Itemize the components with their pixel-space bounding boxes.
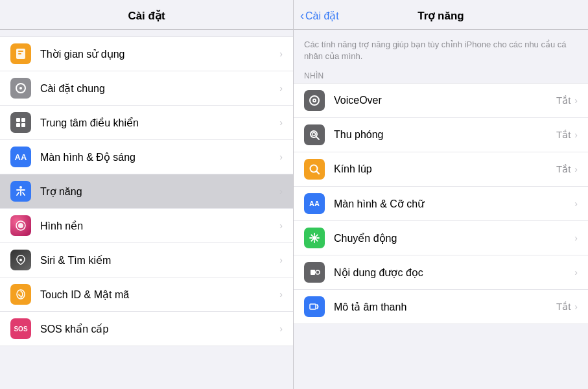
right-panel: ‹ Cài đặt Trợ năng Các tính năng trợ năn… — [294, 0, 588, 389]
audiodesc-right-label: Mô tả âm thanh — [334, 301, 556, 313]
touchid-label: Touch ID & Mật mã — [40, 289, 276, 301]
spoken-right-label: Nội dung được đọc — [334, 266, 574, 279]
siri-icon — [10, 250, 31, 270]
svg-rect-2 — [18, 53, 21, 54]
magnifier-right-label: Kính lúp — [334, 163, 556, 175]
display-label: Màn hình & Độ sáng — [40, 151, 276, 163]
svg-rect-7 — [16, 123, 20, 127]
touchid-chevron-icon: › — [279, 289, 283, 300]
right-item-motion[interactable]: Chuyển động› — [294, 221, 588, 255]
magnifier-value: Tắt — [556, 163, 570, 175]
control-center-icon — [10, 112, 31, 133]
voiceover-right-chevron-icon: › — [574, 95, 578, 106]
svg-rect-6 — [21, 118, 25, 122]
sidebar-item-screen-time[interactable]: Thời gian sử dụng› — [0, 36, 293, 71]
zoom-right-label: Thu phóng — [334, 129, 556, 141]
motion-right-label: Chuyển động — [334, 232, 574, 244]
back-label: Cài đặt — [305, 10, 339, 22]
sos-chevron-icon: › — [279, 324, 283, 334]
touchid-icon — [10, 284, 31, 305]
left-title: Cài đặt — [128, 10, 165, 22]
right-content: Các tính năng trợ năng giúp bạn tùy chỉn… — [294, 30, 588, 389]
screen-time-label: Thời gian sử dụng — [40, 48, 276, 60]
svg-point-16 — [314, 100, 315, 101]
siri-chevron-icon: › — [279, 255, 283, 265]
settings-group-1: Thời gian sử dụng›Cài đặt chung›Trung tâ… — [0, 36, 293, 346]
zoom-right-chevron-icon: › — [574, 130, 578, 140]
accessibility-icon — [10, 181, 31, 202]
siri-label: Siri & Tìm kiếm — [40, 254, 276, 266]
motion-right-icon — [304, 228, 325, 248]
sidebar-item-touchid[interactable]: Touch ID & Mật mã› — [0, 277, 293, 312]
svg-line-19 — [316, 137, 319, 139]
svg-rect-5 — [16, 118, 20, 122]
svg-rect-26 — [310, 304, 316, 309]
right-item-spoken[interactable]: Nội dung được đọc› — [294, 255, 588, 290]
section-label: NHÌN — [294, 67, 588, 83]
svg-point-12 — [19, 259, 22, 261]
svg-point-24 — [316, 270, 320, 274]
display-chevron-icon: › — [279, 152, 283, 162]
back-button[interactable]: ‹ Cài đặt — [300, 9, 339, 23]
general-label: Cài đặt chung — [40, 82, 276, 95]
right-item-zoom[interactable]: Thu phóngTắt› — [294, 118, 588, 152]
control-center-chevron-icon: › — [279, 117, 283, 128]
voiceover-right-icon — [304, 90, 325, 111]
audiodesc-right-icon — [304, 296, 325, 317]
svg-rect-23 — [311, 270, 315, 275]
wallpaper-label: Hình nền — [40, 220, 276, 232]
control-center-label: Trung tâm điều khiển — [40, 117, 276, 129]
voiceover-value: Tắt — [556, 95, 570, 106]
screen-time-chevron-icon: › — [279, 49, 283, 59]
right-item-magnifier[interactable]: Kính lúpTắt› — [294, 152, 588, 187]
sidebar-item-control-center[interactable]: Trung tâm điều khiển› — [0, 106, 293, 140]
svg-rect-8 — [21, 123, 25, 127]
right-title: Trợ năng — [417, 9, 464, 23]
magnifier-right-chevron-icon: › — [574, 164, 578, 174]
wallpaper-chevron-icon: › — [279, 220, 283, 231]
zoom-right-icon — [304, 124, 325, 145]
sidebar-item-sos[interactable]: SOSSOS khẩn cấp› — [0, 312, 293, 346]
screen-time-icon — [10, 43, 31, 64]
general-icon — [10, 78, 31, 99]
svg-point-18 — [312, 133, 316, 136]
svg-point-10 — [18, 223, 23, 228]
right-item-audiodesc[interactable]: Mô tả âm thanhTắt› — [294, 290, 588, 324]
settings-list: Thời gian sử dụng›Cài đặt chung›Trung tâ… — [0, 30, 293, 389]
zoom-value: Tắt — [556, 129, 570, 141]
audiodesc-value: Tắt — [556, 301, 570, 312]
svg-point-4 — [19, 87, 22, 89]
svg-line-21 — [317, 172, 320, 174]
left-panel: Cài đặt Thời gian sử dụng›Cài đặt chung›… — [0, 0, 294, 389]
audiodesc-right-chevron-icon: › — [574, 301, 578, 312]
accessibility-label: Trợ năng — [40, 185, 276, 198]
magnifier-right-icon — [304, 159, 325, 180]
spoken-right-chevron-icon: › — [574, 267, 578, 277]
spoken-right-icon — [304, 262, 325, 283]
sos-icon: SOS — [10, 318, 31, 339]
display-text-right-chevron-icon: › — [574, 198, 578, 209]
display-icon: AA — [10, 147, 31, 167]
sos-label: SOS khẩn cấp — [40, 323, 276, 335]
wallpaper-icon — [10, 215, 31, 236]
sidebar-item-wallpaper[interactable]: Hình nền› — [0, 209, 293, 243]
right-items-container: VoiceOverTắt›Thu phóngTắt›Kính lúpTắt›AA… — [294, 83, 588, 324]
sidebar-item-general[interactable]: Cài đặt chung› — [0, 71, 293, 106]
general-chevron-icon: › — [279, 83, 283, 93]
sidebar-item-accessibility[interactable]: Trợ năng› — [0, 174, 293, 209]
back-chevron-icon: ‹ — [300, 9, 304, 23]
left-header: Cài đặt — [0, 0, 293, 30]
right-header: ‹ Cài đặt Trợ năng — [294, 0, 588, 30]
voiceover-right-label: VoiceOver — [334, 95, 556, 106]
sidebar-item-display[interactable]: AAMàn hình & Độ sáng› — [0, 140, 293, 174]
motion-right-chevron-icon: › — [574, 233, 578, 243]
right-item-display-text[interactable]: AAMàn hình & Cỡ chữ› — [294, 187, 588, 221]
svg-rect-1 — [18, 51, 23, 52]
svg-point-9 — [19, 186, 22, 189]
right-description: Các tính năng trợ năng giúp bạn tùy chỉn… — [294, 30, 588, 67]
sidebar-item-siri[interactable]: Siri & Tìm kiếm› — [0, 243, 293, 277]
display-text-right-label: Màn hình & Cỡ chữ — [334, 198, 574, 210]
display-text-right-icon: AA — [304, 193, 325, 214]
accessibility-chevron-icon: › — [279, 186, 283, 196]
right-item-voiceover[interactable]: VoiceOverTắt› — [294, 83, 588, 118]
